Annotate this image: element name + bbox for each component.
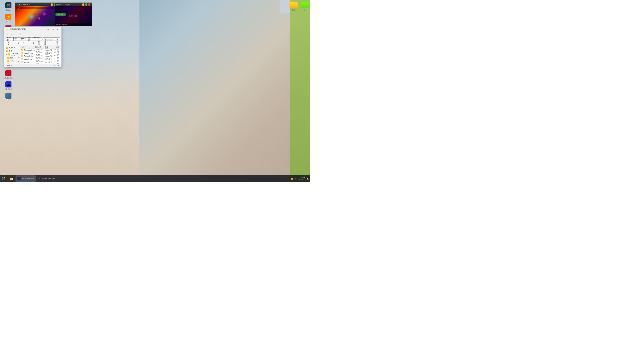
game-window-1-titlebar[interactable]: 阴阳师-网易游戏 ─ □ ✕ xyxy=(15,3,61,6)
nav-main-files-label: 主文件夹 xyxy=(9,46,16,49)
taskbar-clock[interactable]: 20:46 2024/7/13 xyxy=(298,177,305,181)
taskbar-item-game2[interactable]: ⚔ 阴阳师-网易游戏 xyxy=(36,175,56,182)
desktop-icon-netease[interactable]: 🎵 网易云音乐 xyxy=(1,69,16,79)
list-view-button[interactable]: ☰ xyxy=(53,64,56,67)
back-button[interactable]: ← xyxy=(5,32,9,36)
refresh-button[interactable]: ↻ xyxy=(18,32,22,36)
folder1-icon xyxy=(290,2,298,8)
model2-npk-size: 2,081,788 KB xyxy=(53,52,61,55)
explorer-titlebar[interactable]: 📁 阴阳师桌面版安装 + ─ □ ✕ xyxy=(4,27,61,32)
game-window-2-controls: ─ □ ✕ xyxy=(82,3,90,6)
taskbar-item-explorer[interactable] xyxy=(8,175,15,182)
steam-icon: 🎮 xyxy=(5,2,12,8)
tex-npk-size: 1,145,211 KB xyxy=(53,61,61,64)
file-row-onmyoji-zip[interactable]: Onmyoji.zip 2024/7/12 18:21 压缩(zipped)文件… xyxy=(20,55,61,58)
sound-npk-name: sound.npk xyxy=(24,58,36,60)
tex-npk-icon xyxy=(21,61,23,63)
file-explorer-window: 📁 阴阳师桌面版安装 + ─ □ ✕ ← → ↑ ↻ 此电脑 › Burn (D… xyxy=(4,27,62,67)
steam-label: Steam xyxy=(6,9,11,11)
nav-documents[interactable]: 文档 📌 xyxy=(4,60,20,63)
game-window-2-maximize[interactable]: □ xyxy=(85,3,87,6)
nav-desktop[interactable]: 桌面 📌 xyxy=(4,56,20,60)
uu-label: UU加速器 xyxy=(5,20,12,22)
more-button[interactable]: ··· xyxy=(49,42,53,45)
explorer-close-button[interactable]: ✕ xyxy=(55,27,60,32)
file-row-documents-zip[interactable]: Documents.zip 2024/7/12 18:23 压缩(zipped)… xyxy=(20,49,61,52)
nav-main-files[interactable]: 主文件夹 xyxy=(4,46,20,49)
command-bar: ⊕ 新建 ▾ ✂ ⧉ 📋 ✏ 🗑 ↕ 排序 ▾ ⊞ 查看 ▾ ··· 详细信息 xyxy=(4,41,61,45)
new-button[interactable]: ⊕ 新建 ▾ xyxy=(6,42,11,45)
svg-rect-22 xyxy=(2,177,3,179)
svg-rect-27 xyxy=(10,178,11,179)
breadcrumb-sep1: › xyxy=(12,38,13,40)
cut-button[interactable]: ✂ xyxy=(12,42,16,45)
documents-zip-name: Documents.zip xyxy=(24,49,36,51)
main-files-folder-icon xyxy=(6,47,8,49)
breadcrumb-sep3: › xyxy=(27,38,28,40)
svg-rect-23 xyxy=(3,177,5,179)
baidu-label: 百度网盘 xyxy=(5,88,12,90)
top-right-icons: 百度 工作 xyxy=(290,2,309,11)
rename-button[interactable]: ✏ xyxy=(27,42,30,45)
col-header-size[interactable]: 大小 xyxy=(53,46,61,48)
sort-button[interactable]: ↕ 排序 ▾ xyxy=(36,42,42,45)
nav-pictures-label: 图片 xyxy=(9,50,12,52)
forward-button[interactable]: → xyxy=(10,32,14,36)
game-window-2-title: 阴阳师-网易游戏 xyxy=(56,3,70,6)
desktop-icon-folder2[interactable]: 工作 xyxy=(301,2,309,11)
desktop-pin-icon: 📌 xyxy=(18,57,19,59)
explorer-minimize-button[interactable]: ─ xyxy=(46,27,51,32)
person-label: 个人 xyxy=(7,99,10,101)
onmyoji-zip-icon xyxy=(21,55,23,57)
explorer-nav-toolbar: ← → ↑ ↻ xyxy=(4,32,61,37)
file-row-tex-npk[interactable]: tex.npk 2023/5/24 23:37 NPK 文件 1,145,211… xyxy=(20,61,61,64)
breadcrumb-path[interactable]: 此电脑 › Burn (D:) › games › 阴阳师桌面版安装 › xyxy=(6,37,43,40)
game-window-1-minimize[interactable]: ─ xyxy=(51,3,53,6)
explorer-maximize-button[interactable]: □ xyxy=(51,27,55,32)
game-window-2-close[interactable]: ✕ xyxy=(88,3,90,6)
view-button[interactable]: ⊞ 查看 ▾ xyxy=(43,42,48,45)
paste-button[interactable]: 📋 xyxy=(21,42,26,45)
taskbar-explorer-icon xyxy=(10,177,13,180)
view-controls: ☰ ⊞ xyxy=(53,64,60,67)
model2-npk-icon xyxy=(21,52,23,54)
baidu-icon: ☁ xyxy=(5,81,12,88)
delete-button[interactable]: 🗑 xyxy=(31,42,35,45)
desktop-icon-steam[interactable]: 🎮 Steam xyxy=(1,2,16,12)
up-button[interactable]: ↑ xyxy=(14,32,18,36)
desktop-icon-uu[interactable]: ⚡ UU加速器 xyxy=(1,13,16,23)
nav-onedrive[interactable]: ▶ OneDrive - Perso... xyxy=(4,53,20,56)
documents-pin-icon: 📌 xyxy=(18,60,19,62)
desktop-icon-person[interactable]: 👤 个人 xyxy=(1,92,16,102)
start-button[interactable] xyxy=(0,175,7,182)
taskbar-network-icon: 📶 xyxy=(291,178,293,180)
explorer-body: 主文件夹 图片 ▶ OneDrive - Perso... 桌面 📌 xyxy=(4,45,61,64)
details-button[interactable]: 详细信息 xyxy=(55,42,60,45)
game-window-2-titlebar[interactable]: 阴阳师-网易游戏 ─ □ ✕ xyxy=(55,3,92,6)
add-tab-button[interactable]: + xyxy=(44,27,46,32)
nav-pane: 主文件夹 图片 ▶ OneDrive - Perso... 桌面 📌 xyxy=(4,45,20,64)
onedrive-folder-icon xyxy=(8,53,10,55)
taskbar-item-game1[interactable]: ⚔ 阴阳师-网易游戏 xyxy=(16,175,36,182)
taskbar-game1-label: 阴阳师-网易游戏 xyxy=(22,177,34,180)
folder2-icon xyxy=(301,2,309,8)
desktop-icon-folder1[interactable]: 百度 xyxy=(290,2,298,11)
game-window-2-minimize[interactable]: ─ xyxy=(82,3,84,6)
explorer-title-area: 📁 阴阳师桌面版安装 xyxy=(6,28,26,31)
col-header-name[interactable]: 名称 xyxy=(21,46,34,48)
grid-view-button[interactable]: ⊞ xyxy=(57,64,60,67)
file-list-area: 名称 修改日期 类型 大小 Documents.zip 2 xyxy=(20,45,61,64)
nav-pictures[interactable]: 图片 xyxy=(4,49,20,53)
uu-icon: ⚡ xyxy=(5,14,12,20)
col-header-date[interactable]: 修改日期 xyxy=(34,46,45,48)
tex-npk-date: 2023/5/24 23:37 xyxy=(36,61,46,64)
copy-button[interactable]: ⧉ xyxy=(17,42,20,45)
folder1-label: 百度 xyxy=(292,9,295,11)
tex-npk-name: tex.npk xyxy=(24,61,36,63)
desktop-icon-baidu[interactable]: ☁ 百度网盘 xyxy=(1,81,16,91)
netease-label: 网易云音乐 xyxy=(4,77,13,79)
taskbar-items: ⚔ 阴阳师-网易游戏 ⚔ 阴阳师-网易游戏 xyxy=(7,175,291,182)
file-row-sound-npk[interactable]: sound.npk 2023/5/11 12:47 NPK 文件 1,771,9… xyxy=(20,58,61,61)
file-row-model2-npk[interactable]: model2.npk 2023/5/11 13:01 NPK 文件 2,081,… xyxy=(20,52,61,55)
explorer-statusbar: 7 个项目 ☰ ⊞ xyxy=(4,64,61,67)
